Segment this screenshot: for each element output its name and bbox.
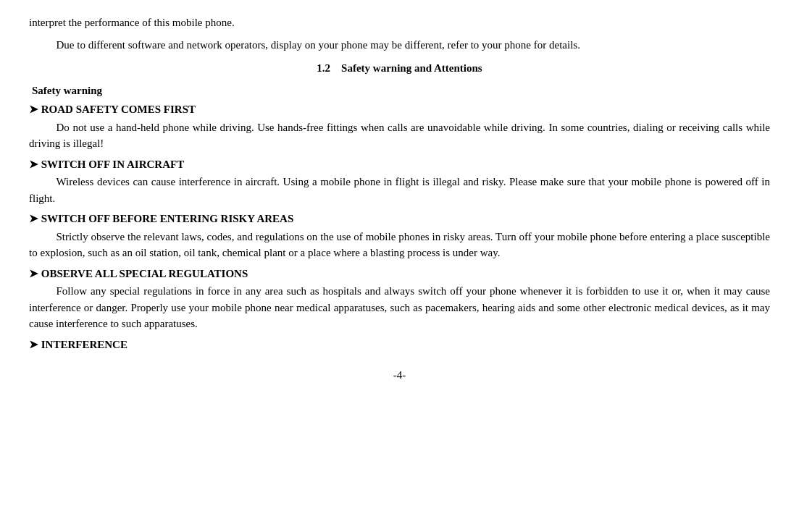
section-number: 1.2 [317,62,330,74]
subsection-interference: ➤ INTERFERENCE [29,337,770,353]
special-regulations-body: Follow any special regulations in force … [29,283,770,332]
section-title: Safety warning and Attentions [341,62,482,74]
safety-warning-title: Safety warning [29,83,770,99]
aircraft-body: Wireless devices can cause interference … [29,174,770,206]
intro-line1: interpret the performance of this mobile… [29,14,770,31]
risky-areas-title: ➤ SWITCH OFF BEFORE ENTERING RISKY AREAS [29,211,770,227]
subsection-road-safety: ➤ ROAD SAFETY COMES FIRST Do not use a h… [29,101,770,152]
road-safety-body: Do not use a hand-held phone while drivi… [29,119,770,152]
subsection-aircraft: ➤ SWITCH OFF IN AIRCRAFT Wireless device… [29,156,770,207]
road-safety-title: ➤ ROAD SAFETY COMES FIRST [29,101,770,118]
page-content: interpret the performance of this mobile… [29,14,770,384]
subsection-special-regulations: ➤ OBSERVE ALL SPECIAL REGULATIONS Follow… [29,266,770,332]
subsection-risky-areas: ➤ SWITCH OFF BEFORE ENTERING RISKY AREAS… [29,211,770,261]
risky-areas-body: Strictly observe the relevant laws, code… [29,229,770,261]
aircraft-title: ➤ SWITCH OFF IN AIRCRAFT [29,156,770,173]
intro-text-2: Due to different software and network op… [57,39,580,51]
section-heading: 1.2 Safety warning and Attentions [29,60,770,77]
intro-text-1: interpret the performance of this mobile… [29,17,235,28]
interference-title: ➤ INTERFERENCE [29,337,770,353]
page-number: -4- [29,367,770,384]
special-regulations-title: ➤ OBSERVE ALL SPECIAL REGULATIONS [29,266,770,282]
intro-line2: Due to different software and network op… [29,37,770,54]
